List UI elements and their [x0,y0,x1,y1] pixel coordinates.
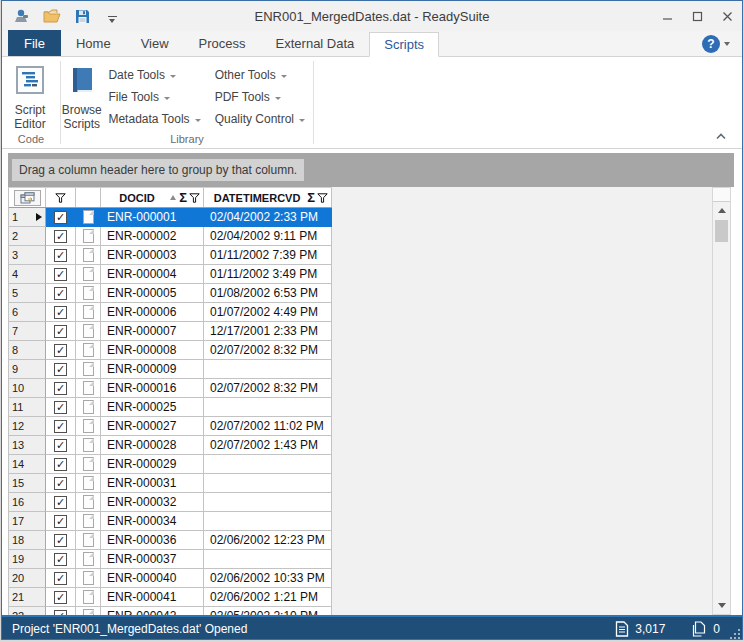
row-select-cell[interactable] [46,208,76,227]
table-row[interactable]: 12ENR-00002702/07/2002 11:02 PM [9,417,332,436]
checkbox-icon[interactable] [54,553,67,566]
table-row[interactable]: 2ENR-00000202/04/2002 9:11 PM [9,227,332,246]
close-button[interactable] [712,4,742,28]
document-type-cell[interactable] [76,341,101,360]
datetime-cell[interactable]: 02/05/2002 2:10 PM [204,607,332,615]
table-row[interactable]: 20ENR-00004002/06/2002 10:33 PM [9,569,332,588]
filter-funnel-icon[interactable] [317,193,328,203]
summary-sigma-icon[interactable] [307,190,315,205]
docid-cell[interactable]: ENR-000036 [101,531,204,550]
docid-cell[interactable]: ENR-000007 [101,322,204,341]
docid-cell[interactable]: ENR-000025 [101,398,204,417]
datetime-cell[interactable]: 02/06/2002 12:23 PM [204,531,332,550]
tab-file[interactable]: File [8,30,61,56]
row-select-cell[interactable] [46,227,76,246]
app-icon[interactable] [12,6,32,26]
row-select-cell[interactable] [46,417,76,436]
document-type-cell[interactable] [76,265,101,284]
script-editor-button[interactable]: Script Editor [2,61,58,131]
checkbox-icon[interactable] [54,211,67,224]
scroll-up-button[interactable] [713,202,730,219]
docid-cell[interactable]: ENR-000041 [101,588,204,607]
document-type-cell[interactable] [76,208,101,227]
table-row[interactable]: 3ENR-00000301/11/2002 7:39 PM [9,246,332,265]
table-row[interactable]: 18ENR-00003602/06/2002 12:23 PM [9,531,332,550]
docid-cell[interactable]: ENR-000031 [101,474,204,493]
group-by-panel[interactable]: Drag a column header here to group by th… [8,153,734,187]
document-type-cell[interactable] [76,417,101,436]
vertical-scrollbar[interactable] [712,187,731,615]
datetime-cell[interactable] [204,398,332,417]
docid-cell[interactable]: ENR-000016 [101,379,204,398]
datetime-cell[interactable]: 02/07/2002 1:43 PM [204,436,332,455]
row-select-cell[interactable] [46,474,76,493]
checkbox-icon[interactable] [54,249,67,262]
document-type-cell[interactable] [76,474,101,493]
checkbox-column-header[interactable] [46,188,76,207]
docid-cell[interactable]: ENR-000003 [101,246,204,265]
document-type-cell[interactable] [76,246,101,265]
maximize-button[interactable] [682,4,712,28]
docid-cell[interactable]: ENR-000001 [101,208,204,227]
table-row[interactable]: 19ENR-000037 [9,550,332,569]
row-select-cell[interactable] [46,531,76,550]
metadata-tools-dropdown[interactable]: Metadata Tools [102,108,208,130]
row-select-cell[interactable] [46,284,76,303]
document-type-cell[interactable] [76,303,101,322]
tab-scripts[interactable]: Scripts [369,32,439,57]
checkbox-icon[interactable] [54,363,67,376]
pdf-tools-dropdown[interactable]: PDF Tools [209,86,313,108]
document-type-cell[interactable] [76,455,101,474]
datetime-cell[interactable]: 01/11/2002 3:49 PM [204,265,332,284]
datetime-cell[interactable]: 02/07/2002 11:02 PM [204,417,332,436]
table-row[interactable]: 7ENR-00000712/17/2001 2:33 PM [9,322,332,341]
help-icon[interactable]: ? [702,35,720,53]
checkbox-icon[interactable] [54,477,67,490]
collapse-ribbon-button[interactable] [710,128,732,144]
document-type-cell[interactable] [76,588,101,607]
docid-cell[interactable]: ENR-000037 [101,550,204,569]
document-type-cell[interactable] [76,379,101,398]
checkbox-icon[interactable] [54,382,67,395]
scrollbar-thumb[interactable] [715,220,728,242]
checkbox-icon[interactable] [54,458,67,471]
table-row[interactable]: 9ENR-000009 [9,360,332,379]
docid-cell[interactable]: ENR-000006 [101,303,204,322]
datetime-cell[interactable] [204,474,332,493]
qat-customize-dropdown-icon[interactable] [102,6,122,26]
datetime-cell[interactable] [204,360,332,379]
docid-cell[interactable]: ENR-000028 [101,436,204,455]
tab-view[interactable]: View [126,31,184,56]
docid-cell[interactable]: ENR-000027 [101,417,204,436]
document-type-cell[interactable] [76,607,101,615]
docid-cell[interactable]: ENR-000042 [101,607,204,615]
table-row[interactable]: 8ENR-00000802/07/2002 8:32 PM [9,341,332,360]
row-select-cell[interactable] [46,512,76,531]
table-row[interactable]: 5ENR-00000501/08/2002 6:53 PM [9,284,332,303]
checkbox-icon[interactable] [54,572,67,585]
document-type-cell[interactable] [76,531,101,550]
document-type-cell[interactable] [76,398,101,417]
docid-cell[interactable]: ENR-000004 [101,265,204,284]
table-row[interactable]: 22ENR-00004202/05/2002 2:10 PM [9,607,332,615]
row-select-cell[interactable] [46,550,76,569]
datetime-cell[interactable]: 02/04/2002 9:11 PM [204,227,332,246]
help-dropdown-icon[interactable] [724,42,730,46]
row-select-cell[interactable] [46,265,76,284]
datetime-cell[interactable]: 01/11/2002 7:39 PM [204,246,332,265]
datetime-cell[interactable] [204,550,332,569]
checkbox-icon[interactable] [54,496,67,509]
quality-control-dropdown[interactable]: Quality Control [209,108,313,130]
row-select-cell[interactable] [46,360,76,379]
datetime-cell[interactable] [204,512,332,531]
row-select-cell[interactable] [46,493,76,512]
checkbox-icon[interactable] [54,287,67,300]
document-icon-column-header[interactable] [76,188,101,207]
document-type-cell[interactable] [76,569,101,588]
row-select-cell[interactable] [46,246,76,265]
row-select-cell[interactable] [46,379,76,398]
row-select-cell[interactable] [46,455,76,474]
checkbox-icon[interactable] [54,306,67,319]
datetime-cell[interactable]: 02/04/2002 2:33 PM [204,208,332,227]
table-row[interactable]: 11ENR-000025 [9,398,332,417]
